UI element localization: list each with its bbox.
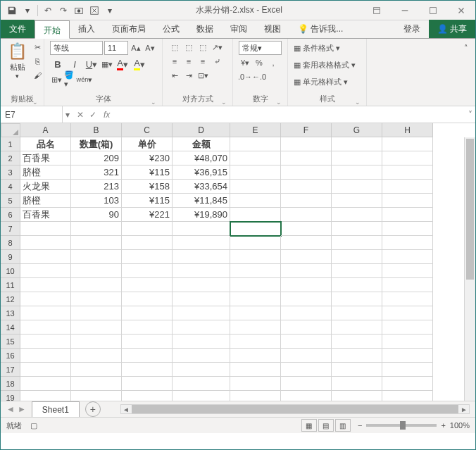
cell[interactable]: 金额 (173, 137, 230, 151)
cell[interactable] (382, 335, 433, 349)
row-header[interactable]: 15 (1, 335, 20, 349)
cell[interactable] (20, 222, 71, 236)
merge-cells-icon[interactable]: ⊡▾ (196, 69, 209, 82)
align-bottom-icon[interactable]: ⬚ (196, 41, 209, 54)
zoom-level[interactable]: 100% (450, 421, 470, 430)
font-size-select[interactable]: 11 (104, 41, 128, 55)
cell[interactable] (281, 377, 332, 391)
column-header[interactable]: H (382, 123, 433, 137)
tab-page-layout[interactable]: 页面布局 (104, 20, 154, 38)
cell[interactable] (71, 306, 122, 320)
cell[interactable] (281, 349, 332, 363)
cell[interactable] (20, 250, 71, 264)
cell[interactable] (281, 208, 332, 222)
cell[interactable] (230, 306, 281, 320)
cell[interactable]: 百香果 (20, 208, 71, 222)
cell[interactable] (71, 264, 122, 278)
column-header[interactable]: D (173, 123, 230, 137)
cell[interactable] (20, 349, 71, 363)
cell[interactable] (382, 306, 433, 320)
tab-home[interactable]: 开始 (35, 20, 70, 39)
cell[interactable] (230, 165, 281, 180)
redo-icon[interactable]: ↷ (58, 5, 69, 16)
decrease-decimal-icon[interactable]: ←.0 (253, 70, 265, 83)
cell[interactable] (20, 363, 71, 377)
cell[interactable] (230, 363, 281, 377)
cell[interactable] (122, 320, 173, 335)
cell[interactable]: ¥221 (122, 208, 173, 222)
collapse-ribbon-icon[interactable]: ˄ (460, 42, 472, 54)
align-top-icon[interactable]: ⬚ (168, 41, 181, 54)
align-left-icon[interactable]: ≡ (168, 55, 181, 68)
tab-file[interactable]: 文件 (1, 20, 35, 38)
cell[interactable]: ¥33,654 (173, 180, 230, 194)
row-header[interactable]: 18 (1, 377, 20, 391)
cell[interactable] (122, 391, 173, 401)
zoom-out-button[interactable]: − (358, 421, 362, 430)
cell[interactable] (71, 278, 122, 292)
fx-icon[interactable]: fx (101, 110, 113, 120)
cell[interactable]: ¥36,915 (173, 165, 230, 180)
name-box[interactable]: E7 (1, 106, 63, 123)
cell[interactable] (122, 278, 173, 292)
sheet-tab[interactable]: Sheet1 (32, 401, 80, 417)
column-header[interactable]: B (71, 123, 122, 137)
cell[interactable] (332, 165, 382, 180)
tab-tell-me[interactable]: 💡 告诉我... (289, 20, 351, 38)
cell[interactable] (71, 349, 122, 363)
cell[interactable] (332, 320, 382, 335)
row-header[interactable]: 6 (1, 208, 20, 222)
cell[interactable] (382, 194, 433, 208)
increase-decimal-icon[interactable]: .0→ (239, 70, 251, 83)
name-box-dropdown-icon[interactable]: ▾ (63, 110, 73, 120)
cell[interactable] (382, 292, 433, 306)
cell[interactable] (332, 264, 382, 278)
save-icon[interactable] (6, 5, 18, 16)
cell[interactable] (332, 292, 382, 306)
cell[interactable] (382, 180, 433, 194)
enter-formula-icon[interactable]: ✓ (89, 110, 96, 120)
vertical-scroll-thumb[interactable] (466, 139, 474, 280)
cell[interactable] (230, 391, 281, 401)
cell[interactable] (173, 320, 230, 335)
decrease-font-icon[interactable]: A▾ (144, 42, 156, 54)
zoom-slider[interactable] (366, 424, 437, 427)
row-header[interactable]: 3 (1, 165, 20, 180)
format-as-table-button[interactable]: ▦套用表格格式▾ (294, 58, 356, 72)
cell[interactable] (230, 320, 281, 335)
cell[interactable] (281, 278, 332, 292)
underline-button[interactable]: U▾ (84, 56, 99, 72)
cell[interactable]: ¥158 (122, 180, 173, 194)
cell[interactable] (382, 278, 433, 292)
horizontal-scroll-thumb[interactable] (132, 405, 458, 413)
copy-icon[interactable]: ⎘ (31, 55, 44, 68)
cell[interactable] (173, 292, 230, 306)
cell[interactable] (382, 222, 433, 236)
align-center-icon[interactable]: ≡ (182, 55, 195, 68)
row-header[interactable]: 16 (1, 349, 20, 363)
share-button[interactable]: 👤 共享 (429, 20, 475, 38)
cell[interactable] (122, 250, 173, 264)
border-button[interactable]: ▦▾ (101, 58, 113, 70)
cell[interactable] (230, 151, 281, 165)
cell[interactable] (122, 377, 173, 391)
cell[interactable] (281, 250, 332, 264)
cell[interactable] (332, 335, 382, 349)
zoom-slider-thumb[interactable] (400, 421, 406, 430)
cell[interactable] (281, 151, 332, 165)
currency-icon[interactable]: ¥▾ (239, 56, 251, 69)
cell[interactable] (230, 137, 281, 151)
cell[interactable] (71, 250, 122, 264)
scroll-left-icon[interactable]: ◄ (121, 406, 131, 413)
macro-record-icon[interactable]: ▢ (30, 421, 37, 430)
row-header[interactable]: 10 (1, 264, 20, 278)
vertical-scrollbar[interactable] (464, 137, 475, 401)
cell[interactable] (382, 320, 433, 335)
cell[interactable] (281, 292, 332, 306)
cell[interactable] (230, 278, 281, 292)
cell[interactable] (382, 363, 433, 377)
fill-color-button[interactable]: A▾ (132, 56, 147, 72)
row-header[interactable]: 12 (1, 292, 20, 306)
cell[interactable] (230, 264, 281, 278)
cell[interactable] (122, 363, 173, 377)
